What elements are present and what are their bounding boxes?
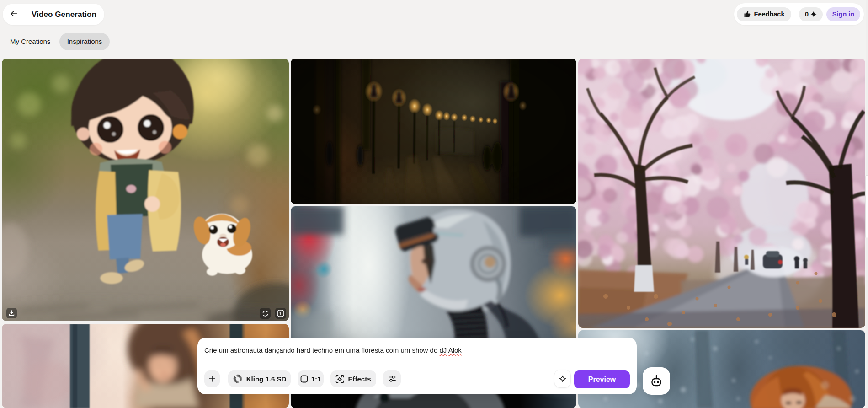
svg-text:T: T [279,311,282,316]
